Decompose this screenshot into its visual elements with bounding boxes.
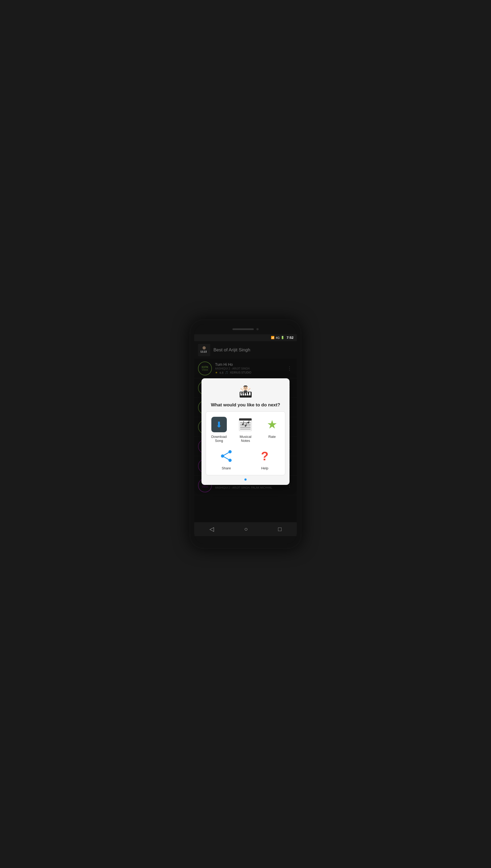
help-label: Help bbox=[261, 466, 268, 470]
dialog-row-2: Share ? Help bbox=[208, 446, 283, 472]
rate-button[interactable]: ★ Rate bbox=[261, 415, 283, 444]
svg-line-44 bbox=[223, 452, 230, 456]
svg-line-23 bbox=[241, 389, 243, 391]
musical-notes-icon bbox=[238, 417, 253, 432]
svg-point-39 bbox=[248, 422, 249, 423]
bottom-nav: ◁ ○ □ bbox=[194, 522, 297, 536]
status-icons: 📶 4G 🔋 7:52 bbox=[271, 336, 293, 340]
status-bar: 📶 4G 🔋 7:52 bbox=[194, 334, 297, 341]
network-icon: 📶 bbox=[271, 336, 275, 339]
battery-icon: 🔋 bbox=[281, 336, 285, 339]
share-button[interactable]: Share bbox=[215, 446, 237, 472]
phone-device: 📶 4G 🔋 7:52 bbox=[190, 319, 301, 549]
download-icon-box: ⬇ bbox=[211, 417, 227, 432]
dialog-row-1: ⬇ DownloadSong bbox=[208, 415, 283, 444]
rate-star-icon: ★ bbox=[267, 419, 277, 430]
svg-point-21 bbox=[244, 387, 245, 388]
svg-point-22 bbox=[246, 387, 247, 388]
svg-rect-19 bbox=[248, 392, 249, 394]
page-indicator bbox=[244, 478, 247, 481]
share-icon-wrap bbox=[218, 448, 234, 464]
help-icon-wrap: ? bbox=[257, 448, 273, 464]
speaker bbox=[232, 328, 254, 330]
phone-bottom-bezel bbox=[194, 536, 297, 544]
svg-line-45 bbox=[223, 456, 230, 460]
download-song-button[interactable]: ⬇ DownloadSong bbox=[208, 415, 230, 444]
network-label: 4G bbox=[276, 336, 280, 339]
indicator-dot-active bbox=[244, 478, 247, 481]
recents-button[interactable]: □ bbox=[278, 526, 282, 533]
help-question-icon: ? bbox=[261, 449, 268, 463]
download-icon-wrap: ⬇ bbox=[211, 417, 227, 432]
phone-top-bezel bbox=[194, 324, 297, 334]
help-button[interactable]: ? Help bbox=[254, 446, 276, 472]
svg-rect-16 bbox=[241, 392, 242, 394]
rate-label: Rate bbox=[268, 435, 276, 439]
musical-notes-label: Musical Notes bbox=[235, 435, 256, 443]
rate-icon-wrap: ★ bbox=[264, 417, 280, 432]
home-button[interactable]: ○ bbox=[244, 526, 248, 533]
svg-rect-27 bbox=[243, 386, 248, 387]
musical-notes-button[interactable]: Musical Notes bbox=[232, 415, 259, 444]
svg-rect-15 bbox=[249, 392, 251, 395]
camera bbox=[256, 328, 259, 330]
download-song-label: DownloadSong bbox=[211, 435, 227, 443]
action-dialog: What would you like to do next? ⬇ bbox=[201, 378, 290, 485]
svg-point-35 bbox=[242, 423, 243, 425]
svg-rect-25 bbox=[244, 390, 247, 393]
svg-point-37 bbox=[245, 425, 246, 427]
dialog-overlay[interactable]: What would you like to do next? ⬇ bbox=[194, 341, 297, 522]
mascot-svg bbox=[237, 384, 254, 399]
svg-rect-29 bbox=[239, 418, 252, 421]
dialog-question: What would you like to do next? bbox=[211, 402, 280, 408]
dialog-grid: ⬇ DownloadSong bbox=[206, 412, 285, 475]
share-icon bbox=[219, 449, 233, 463]
phone-screen: 📶 4G 🔋 7:52 bbox=[194, 324, 297, 544]
screen-content: Best of Arijit Singh 337K Views Tum Hi H… bbox=[194, 341, 297, 522]
back-button[interactable]: ◁ bbox=[209, 526, 214, 533]
svg-line-24 bbox=[248, 389, 250, 391]
share-label: Share bbox=[222, 466, 231, 470]
time-label: 7:52 bbox=[287, 336, 293, 340]
notes-icon-wrap bbox=[237, 417, 254, 432]
dialog-mascot bbox=[237, 384, 254, 400]
download-arrow-icon: ⬇ bbox=[215, 420, 222, 429]
